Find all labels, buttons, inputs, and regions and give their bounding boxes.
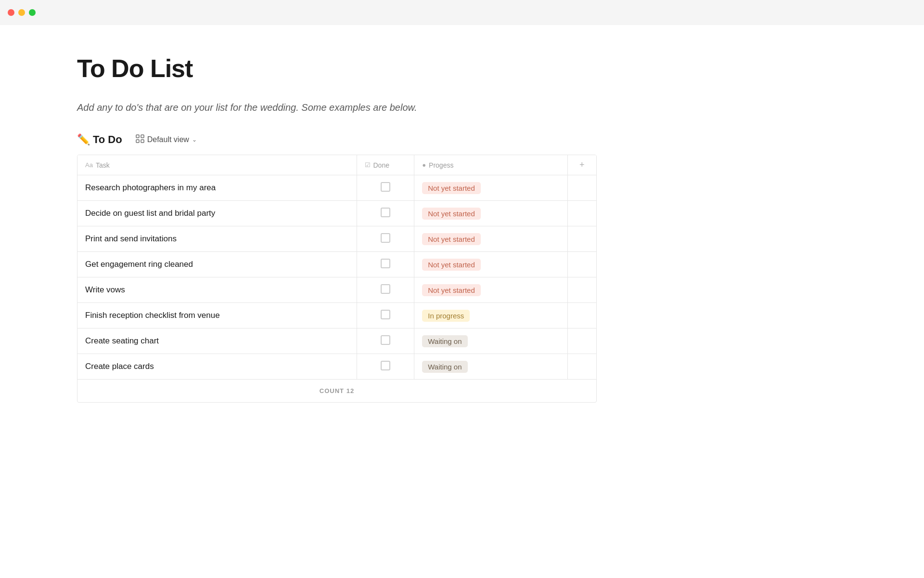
svg-rect-2 bbox=[136, 140, 139, 143]
titlebar bbox=[0, 0, 924, 25]
table-row: Create seating chart Waiting on bbox=[77, 328, 596, 354]
row-action-cell bbox=[567, 252, 596, 277]
row-action-cell bbox=[567, 328, 596, 354]
row-action-cell bbox=[567, 277, 596, 303]
done-checkbox[interactable] bbox=[381, 182, 390, 192]
task-cell[interactable]: Get engagement ring cleaned bbox=[77, 252, 357, 277]
progress-cell[interactable]: Not yet started bbox=[414, 252, 567, 277]
task-text: Research photographers in my area bbox=[85, 183, 216, 192]
status-badge[interactable]: Waiting on bbox=[422, 361, 467, 373]
progress-cell[interactable]: Not yet started bbox=[414, 201, 567, 226]
status-badge[interactable]: Waiting on bbox=[422, 335, 467, 347]
database-header: ✏️ To Do Default view ⌄ bbox=[77, 132, 597, 147]
view-label: Default view bbox=[147, 135, 189, 144]
done-cell[interactable] bbox=[357, 354, 414, 380]
done-checkbox[interactable] bbox=[381, 335, 390, 345]
row-action-cell bbox=[567, 354, 596, 380]
done-cell[interactable] bbox=[357, 252, 414, 277]
table-row: Finish reception checklist from venue In… bbox=[77, 303, 596, 328]
task-cell[interactable]: Create seating chart bbox=[77, 328, 357, 354]
status-badge[interactable]: Not yet started bbox=[422, 259, 481, 271]
count-label: COUNT bbox=[320, 387, 344, 394]
row-action-cell bbox=[567, 175, 596, 201]
column-header-done: ☑ Done bbox=[357, 155, 414, 175]
svg-rect-1 bbox=[141, 135, 144, 138]
page-title: To Do List bbox=[77, 54, 597, 83]
progress-cell[interactable]: Not yet started bbox=[414, 226, 567, 252]
page-description: Add any to do's that are on your list fo… bbox=[77, 102, 597, 113]
column-done-label: Done bbox=[373, 161, 389, 169]
progress-cell[interactable]: In progress bbox=[414, 303, 567, 328]
column-header-task: Aa Task bbox=[77, 155, 357, 175]
done-checkbox[interactable] bbox=[381, 208, 390, 217]
row-action-cell bbox=[567, 303, 596, 328]
done-checkbox[interactable] bbox=[381, 284, 390, 294]
grid-icon bbox=[136, 134, 144, 145]
status-badge[interactable]: Not yet started bbox=[422, 182, 481, 194]
status-badge[interactable]: Not yet started bbox=[422, 284, 481, 296]
count-bar: COUNT 12 bbox=[77, 379, 596, 402]
row-action-cell bbox=[567, 201, 596, 226]
table-row: Get engagement ring cleaned Not yet star… bbox=[77, 252, 596, 277]
task-cell[interactable]: Research photographers in my area bbox=[77, 175, 357, 201]
task-text: Finish reception checklist from venue bbox=[85, 311, 220, 320]
maximize-button[interactable] bbox=[29, 9, 36, 16]
task-text: Decide on guest list and bridal party bbox=[85, 209, 215, 218]
text-type-icon: Aa bbox=[85, 161, 93, 169]
done-checkbox[interactable] bbox=[381, 259, 390, 268]
task-text: Get engagement ring cleaned bbox=[85, 260, 193, 269]
column-progress-label: Progess bbox=[429, 161, 453, 169]
status-badge[interactable]: Not yet started bbox=[422, 233, 481, 245]
task-cell[interactable]: Decide on guest list and bridal party bbox=[77, 201, 357, 226]
table-row: Write vows Not yet started bbox=[77, 277, 596, 303]
done-checkbox[interactable] bbox=[381, 310, 390, 319]
task-cell[interactable]: Finish reception checklist from venue bbox=[77, 303, 357, 328]
svg-rect-0 bbox=[136, 135, 139, 138]
done-cell[interactable] bbox=[357, 226, 414, 252]
task-text: Create seating chart bbox=[85, 336, 159, 345]
task-cell[interactable]: Print and send invitations bbox=[77, 226, 357, 252]
count-value: 12 bbox=[346, 387, 354, 394]
task-text: Create place cards bbox=[85, 362, 154, 371]
add-column-icon[interactable]: + bbox=[579, 160, 585, 170]
minimize-button[interactable] bbox=[18, 9, 25, 16]
table-row: Print and send invitations Not yet start… bbox=[77, 226, 596, 252]
database-title: ✏️ To Do bbox=[77, 133, 122, 146]
status-badge[interactable]: In progress bbox=[422, 310, 470, 322]
main-content: To Do List Add any to do's that are on y… bbox=[0, 25, 674, 441]
column-task-label: Task bbox=[96, 161, 110, 169]
task-text: Print and send invitations bbox=[85, 234, 177, 243]
progress-cell[interactable]: Waiting on bbox=[414, 354, 567, 380]
svg-rect-3 bbox=[141, 140, 144, 143]
database-table: Aa Task ☑ Done ● Progess bbox=[77, 155, 597, 403]
progress-cell[interactable]: Not yet started bbox=[414, 175, 567, 201]
status-badge[interactable]: Not yet started bbox=[422, 208, 481, 220]
done-cell[interactable] bbox=[357, 175, 414, 201]
checkbox-type-icon: ☑ bbox=[365, 161, 371, 169]
progress-cell[interactable]: Not yet started bbox=[414, 277, 567, 303]
done-cell[interactable] bbox=[357, 303, 414, 328]
task-cell[interactable]: Write vows bbox=[77, 277, 357, 303]
done-cell[interactable] bbox=[357, 277, 414, 303]
table-header-row: Aa Task ☑ Done ● Progess bbox=[77, 155, 596, 175]
view-selector-button[interactable]: Default view ⌄ bbox=[132, 132, 201, 147]
database-emoji: ✏️ bbox=[77, 133, 90, 146]
progress-cell[interactable]: Waiting on bbox=[414, 328, 567, 354]
row-action-cell bbox=[567, 226, 596, 252]
select-type-icon: ● bbox=[422, 161, 426, 169]
done-cell[interactable] bbox=[357, 328, 414, 354]
database-title-text: To Do bbox=[93, 133, 122, 146]
done-cell[interactable] bbox=[357, 201, 414, 226]
column-add-header[interactable]: + bbox=[567, 155, 596, 175]
column-header-progress: ● Progess bbox=[414, 155, 567, 175]
table-row: Research photographers in my area Not ye… bbox=[77, 175, 596, 201]
done-checkbox[interactable] bbox=[381, 233, 390, 243]
table-row: Create place cards Waiting on bbox=[77, 354, 596, 380]
task-cell[interactable]: Create place cards bbox=[77, 354, 357, 380]
close-button[interactable] bbox=[8, 9, 14, 16]
task-text: Write vows bbox=[85, 285, 125, 294]
table-row: Decide on guest list and bridal party No… bbox=[77, 201, 596, 226]
chevron-down-icon: ⌄ bbox=[192, 136, 197, 143]
done-checkbox[interactable] bbox=[381, 361, 390, 370]
